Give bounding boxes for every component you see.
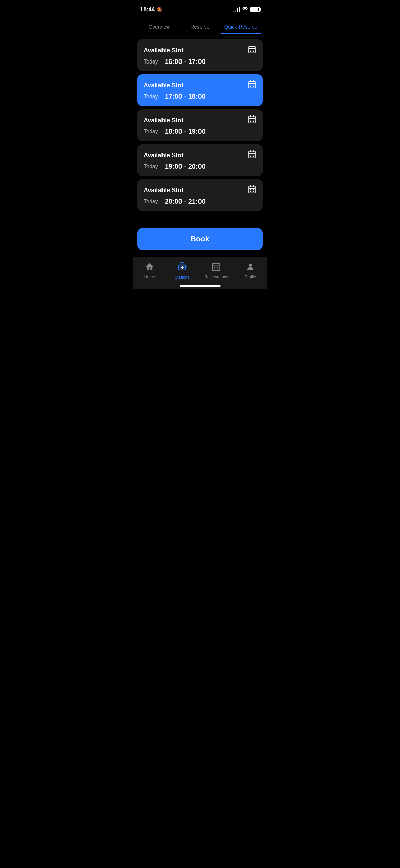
svg-rect-46: [253, 189, 254, 190]
svg-rect-17: [250, 86, 251, 87]
calendar-icon-3: [248, 115, 256, 126]
slot-day-3: Today: [144, 129, 158, 135]
svg-rect-36: [253, 155, 254, 155]
svg-rect-27: [250, 121, 251, 122]
nav-label-reservations: Reservations: [204, 275, 228, 279]
svg-rect-29: [253, 121, 254, 122]
home-indicator: [180, 285, 221, 287]
svg-rect-9: [253, 51, 254, 52]
wifi-icon: [242, 7, 248, 13]
book-button[interactable]: Book: [137, 228, 263, 250]
svg-rect-14: [250, 85, 251, 85]
slot-card-3[interactable]: Available Slot Today 18:00 - 19:00: [137, 109, 263, 141]
slot-title-1: Available Slot: [144, 47, 183, 54]
slot-time-5: 20:00 - 21:00: [165, 198, 206, 205]
calendar-icon-5: [248, 185, 256, 196]
nav-item-profile[interactable]: Profile: [240, 262, 261, 279]
battery-icon: [250, 7, 260, 12]
nav-label-home: Home: [144, 275, 155, 279]
slot-card-2[interactable]: Available Slot Today 17:00 - 18:00: [137, 74, 263, 106]
svg-rect-48: [252, 191, 252, 192]
svg-rect-7: [250, 51, 251, 52]
svg-rect-44: [250, 189, 251, 190]
svg-rect-60: [214, 269, 215, 269]
home-icon: [145, 262, 154, 273]
mute-icon: 🔕: [157, 7, 162, 12]
slot-time-3: 18:00 - 19:00: [165, 128, 206, 135]
svg-rect-0: [249, 46, 255, 53]
svg-rect-28: [252, 121, 252, 122]
bottom-nav: Home Stations: [133, 257, 267, 289]
svg-rect-39: [253, 156, 254, 157]
status-time: 15:44 🔕: [140, 6, 162, 13]
slot-time-2: 17:00 - 18:00: [165, 93, 206, 101]
svg-rect-34: [250, 155, 251, 155]
status-bar: 15:44 🔕: [133, 0, 267, 17]
book-button-container: Book: [133, 222, 267, 257]
calendar-icon-2: [248, 80, 256, 91]
slot-day-4: Today: [144, 164, 158, 170]
svg-rect-25: [252, 120, 252, 120]
svg-rect-18: [252, 86, 252, 87]
nav-item-home[interactable]: Home: [139, 262, 160, 279]
nav-label-stations: Stations: [175, 275, 189, 280]
svg-rect-8: [252, 51, 252, 52]
svg-rect-62: [217, 269, 218, 269]
tab-bar: Overview Reserve Quick Reserve: [133, 17, 267, 34]
svg-rect-16: [253, 85, 254, 85]
slot-card-1[interactable]: Available Slot Today 16:00 - 17:00: [137, 39, 263, 71]
svg-point-63: [249, 264, 252, 267]
svg-rect-4: [250, 50, 251, 50]
reservations-icon: [211, 262, 221, 273]
svg-rect-61: [216, 269, 216, 269]
tab-overview[interactable]: Overview: [139, 20, 179, 34]
svg-rect-19: [253, 86, 254, 87]
svg-rect-38: [252, 156, 252, 157]
slot-title-2: Available Slot: [144, 82, 183, 89]
slot-day-2: Today: [144, 94, 158, 100]
slot-day-1: Today: [144, 59, 158, 65]
stations-icon: [177, 261, 187, 274]
slot-time-4: 19:00 - 20:00: [165, 163, 206, 170]
svg-rect-59: [217, 267, 218, 268]
svg-rect-45: [252, 189, 252, 190]
nav-item-reservations[interactable]: Reservations: [204, 262, 228, 279]
slot-title-5: Available Slot: [144, 187, 183, 194]
calendar-icon-4: [248, 150, 256, 161]
status-right: [233, 7, 260, 13]
svg-rect-6: [253, 50, 254, 50]
nav-item-stations[interactable]: Stations: [172, 261, 192, 280]
tab-reserve[interactable]: Reserve: [179, 20, 220, 34]
svg-rect-35: [252, 155, 252, 155]
slot-time-1: 16:00 - 17:00: [165, 58, 206, 66]
nav-label-profile: Profile: [245, 275, 256, 279]
svg-rect-15: [252, 85, 252, 85]
signal-icon: [233, 7, 240, 12]
slot-card-5[interactable]: Available Slot Today 20:00 - 21:00: [137, 179, 263, 211]
svg-rect-58: [216, 267, 216, 268]
slot-day-5: Today: [144, 199, 158, 205]
svg-rect-49: [253, 191, 254, 192]
tab-quick-reserve[interactable]: Quick Reserve: [221, 20, 261, 34]
slot-title-4: Available Slot: [144, 152, 183, 159]
slot-title-3: Available Slot: [144, 117, 183, 124]
time-display: 15:44: [140, 6, 155, 13]
slot-card-4[interactable]: Available Slot Today 19:00 - 20:00: [137, 144, 263, 176]
svg-rect-24: [250, 120, 251, 120]
svg-rect-57: [214, 267, 215, 268]
svg-rect-5: [252, 50, 252, 50]
svg-rect-40: [249, 186, 255, 193]
profile-icon: [246, 262, 255, 273]
svg-rect-26: [253, 120, 254, 120]
svg-rect-37: [250, 156, 251, 157]
slots-list: Available Slot Today 16:00 - 17:00: [133, 34, 267, 222]
svg-rect-47: [250, 191, 251, 192]
calendar-icon-1: [248, 45, 256, 56]
